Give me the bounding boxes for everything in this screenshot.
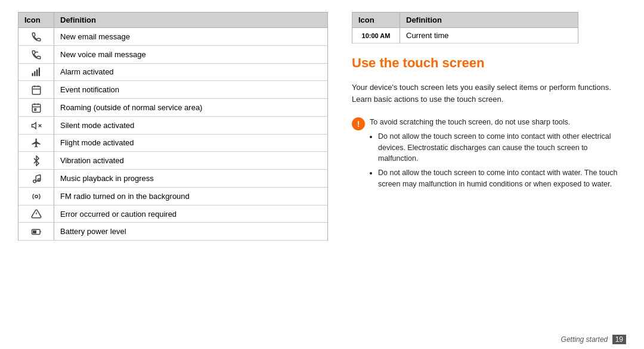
definition-cell: Flight mode activated bbox=[54, 134, 328, 152]
icon-cell bbox=[18, 116, 54, 134]
table-row: Vibration activated bbox=[18, 152, 328, 170]
definition-cell: FM radio turned on in the background bbox=[54, 187, 328, 205]
icon-cell bbox=[18, 99, 54, 117]
footer-page: 19 bbox=[612, 335, 626, 344]
note-item: Do not allow the touch screen to come in… bbox=[378, 167, 626, 190]
definition-cell: Vibration activated bbox=[54, 152, 328, 170]
col-def-header: Definition bbox=[54, 13, 328, 28]
svg-rect-3 bbox=[36, 70, 38, 76]
definition-cell: Battery power level bbox=[54, 223, 328, 241]
section-title: Use the touch screen bbox=[352, 55, 626, 71]
small-icon-table: Icon Definition 10:00 AM Current time bbox=[352, 12, 578, 43]
table-row: Error occurred or caution required bbox=[18, 205, 328, 223]
definition-cell: New email message bbox=[54, 28, 328, 46]
right-section: Icon Definition 10:00 AM Current time Us… bbox=[352, 12, 626, 320]
footer-label: Getting started bbox=[561, 335, 608, 344]
icon-cell bbox=[18, 170, 54, 188]
table-row: Alarm activated bbox=[18, 63, 328, 81]
table-row: New email message bbox=[18, 28, 328, 46]
definition-cell: Music playback in progress bbox=[54, 170, 328, 188]
table-row: 10:00 AM Current time bbox=[352, 28, 578, 43]
small-icon-cell: 10:00 AM bbox=[352, 28, 400, 43]
definition-cell: New voice mail message bbox=[54, 45, 328, 63]
table-row: Roaming (outside of normal service area) bbox=[18, 99, 328, 117]
table-row: Silent mode activated bbox=[18, 116, 328, 134]
caution-icon: ! bbox=[352, 117, 365, 130]
col-icon-header: Icon bbox=[18, 13, 54, 28]
definition-cell: Roaming (outside of normal service area) bbox=[54, 99, 328, 117]
table-row: Flight mode activated bbox=[18, 134, 328, 152]
table-row: Music playback in progress bbox=[18, 170, 328, 188]
note-box: ! To avoid scratching the touch screen, … bbox=[352, 117, 626, 193]
icon-table: Icon Definition New email messageNew voi… bbox=[18, 12, 328, 241]
icon-cell bbox=[18, 28, 54, 46]
icon-cell bbox=[18, 45, 54, 63]
small-col-def-header: Definition bbox=[400, 13, 578, 28]
icon-cell bbox=[18, 205, 54, 223]
svg-rect-1 bbox=[32, 73, 33, 76]
definition-cell: Silent mode activated bbox=[54, 116, 328, 134]
svg-marker-13 bbox=[32, 122, 36, 129]
icon-cell bbox=[18, 63, 54, 81]
icon-cell bbox=[18, 187, 54, 205]
svg-point-22 bbox=[35, 195, 38, 198]
icon-cell bbox=[18, 134, 54, 152]
definition-cell: Error occurred or caution required bbox=[54, 205, 328, 223]
svg-rect-5 bbox=[32, 86, 41, 95]
footer: Getting started 19 bbox=[0, 332, 644, 349]
section-body: Your device's touch screen lets you easi… bbox=[352, 82, 626, 105]
small-col-icon-header: Icon bbox=[352, 13, 400, 28]
note-item: To avoid scratching the touch screen, do… bbox=[370, 117, 626, 128]
note-item: Do not allow the touch screen to come in… bbox=[378, 131, 626, 164]
definition-cell: Event notification bbox=[54, 81, 328, 99]
definition-cell: Alarm activated bbox=[54, 63, 328, 81]
svg-rect-27 bbox=[33, 230, 36, 233]
table-row: Battery power level bbox=[18, 223, 328, 241]
table-row: New voice mail message bbox=[18, 45, 328, 63]
svg-rect-4 bbox=[38, 68, 39, 76]
left-section: Icon Definition New email messageNew voi… bbox=[18, 12, 328, 320]
svg-rect-2 bbox=[34, 71, 35, 76]
note-content: To avoid scratching the touch screen, do… bbox=[370, 117, 626, 193]
table-row: Event notification bbox=[18, 81, 328, 99]
icon-cell bbox=[18, 223, 54, 241]
svg-line-21 bbox=[36, 174, 41, 176]
page-container: Icon Definition New email messageNew voi… bbox=[0, 0, 644, 332]
small-def-cell: Current time bbox=[400, 28, 578, 43]
icon-cell bbox=[18, 152, 54, 170]
table-row: FM radio turned on in the background bbox=[18, 187, 328, 205]
icon-cell bbox=[18, 81, 54, 99]
